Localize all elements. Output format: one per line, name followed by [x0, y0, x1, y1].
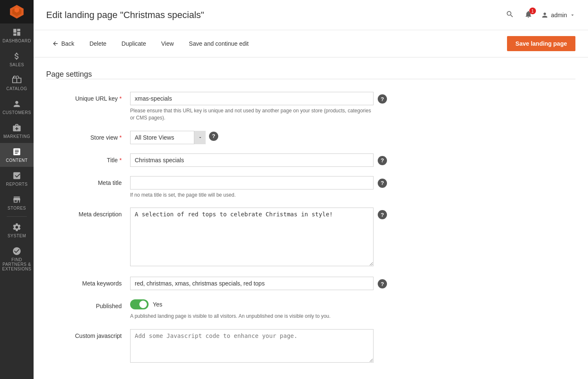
custom-js-label: Custom javascript [46, 329, 130, 339]
meta-keywords-help-icon[interactable]: ? [378, 279, 387, 288]
sidebar-label-system: SYSTEM [8, 234, 26, 238]
sidebar-label-partners: FIND PARTNERS & EXTENSIONS [2, 257, 32, 271]
admin-menu-button[interactable]: admin [541, 11, 575, 19]
sidebar-item-marketing[interactable]: MARKETING [0, 119, 34, 143]
store-view-select[interactable]: All Store Views Default Store View [130, 131, 206, 144]
custom-js-input[interactable] [130, 329, 374, 363]
sidebar-label-marketing: MARKETING [3, 134, 30, 139]
published-hint: A published landing page is visible to a… [130, 313, 374, 320]
store-view-help-icon[interactable]: ? [209, 132, 218, 141]
search-button[interactable] [504, 8, 516, 21]
duplicate-button[interactable]: Duplicate [116, 38, 152, 49]
title-field [130, 153, 374, 167]
save-continue-label: Save and continue edit [189, 40, 248, 47]
meta-keywords-input[interactable] [130, 277, 374, 290]
title-input[interactable] [130, 153, 374, 167]
page-header: Edit landing page "Christmas specials" 1… [34, 0, 588, 30]
notifications-button[interactable]: 1 [523, 8, 534, 21]
custom-js-field [130, 329, 374, 364]
sidebar-item-stores[interactable]: STORES [0, 191, 34, 215]
meta-description-label: Meta description [46, 208, 130, 218]
meta-title-row: Meta title If no meta title is set, the … [46, 176, 575, 199]
sidebar-label-content: CONTENT [6, 158, 28, 163]
section-title: Page settings [46, 70, 575, 79]
store-view-select-wrapper: All Store Views Default Store View [130, 131, 206, 144]
page-content: Page settings Unique URL key* Please ens… [34, 57, 588, 379]
url-key-hint: Please ensure that this URL key is uniqu… [130, 107, 374, 122]
sidebar-label-catalog: CATALOG [6, 86, 27, 91]
sidebar-item-dashboard[interactable]: DASHBOARD [0, 23, 34, 47]
save-landing-button[interactable]: Save landing page [507, 36, 575, 51]
published-label: Published [46, 299, 130, 309]
main-content: Edit landing page "Christmas specials" 1… [34, 0, 588, 379]
meta-title-hint: If no meta title is set, the page title … [130, 192, 374, 199]
url-key-field: Please ensure that this URL key is uniqu… [130, 92, 374, 122]
title-row: Title* ? [46, 153, 575, 167]
meta-description-row: Meta description A selection of red tops… [46, 208, 575, 267]
meta-description-input[interactable]: A selection of red tops to celebrate Chr… [130, 208, 374, 266]
custom-js-row: Custom javascript [46, 329, 575, 364]
delete-button[interactable]: Delete [84, 38, 112, 49]
sidebar-item-partners[interactable]: FIND PARTNERS & EXTENSIONS [0, 242, 34, 275]
sidebar-item-catalog[interactable]: CATALOG [0, 71, 34, 95]
store-view-row: Store view* All Store Views Default Stor… [46, 131, 575, 144]
title-help-icon[interactable]: ? [378, 156, 387, 165]
duplicate-label: Duplicate [122, 40, 146, 47]
sidebar-label-sales: SALES [10, 62, 24, 67]
header-actions: 1 admin [504, 8, 575, 21]
save-continue-button[interactable]: Save and continue edit [183, 38, 254, 49]
url-key-input[interactable] [130, 92, 374, 105]
page-title: Edit landing page "Christmas specials" [46, 10, 204, 21]
sidebar: DASHBOARD SALES CATALOG CUSTOMERS MARKET… [0, 0, 34, 379]
published-field: Yes A published landing page is visible … [130, 299, 374, 320]
sidebar-divider [7, 216, 27, 217]
sidebar-item-sales[interactable]: SALES [0, 47, 34, 71]
sidebar-label-stores: STORES [8, 206, 26, 210]
action-toolbar: Back Delete Duplicate View Save and cont… [34, 30, 588, 57]
sidebar-item-system[interactable]: SYSTEM [0, 218, 34, 242]
url-key-row: Unique URL key* Please ensure that this … [46, 92, 575, 122]
meta-title-input[interactable] [130, 176, 374, 190]
section-divider [46, 79, 575, 79]
meta-title-field: If no meta title is set, the page title … [130, 176, 374, 199]
delete-label: Delete [89, 40, 106, 47]
meta-keywords-field [130, 277, 374, 290]
meta-description-help-icon[interactable]: ? [378, 210, 387, 219]
back-label: Back [61, 40, 74, 47]
view-label: View [161, 40, 174, 47]
sidebar-label-dashboard: DASHBOARD [3, 39, 31, 43]
back-button[interactable]: Back [46, 38, 80, 49]
url-key-label: Unique URL key* [46, 92, 130, 102]
view-button[interactable]: View [155, 38, 180, 49]
meta-keywords-row: Meta keywords ? [46, 277, 575, 290]
meta-description-field: A selection of red tops to celebrate Chr… [130, 208, 374, 267]
meta-title-label: Meta title [46, 176, 130, 186]
sidebar-item-customers[interactable]: CUSTOMERS [0, 95, 34, 119]
store-view-field: All Store Views Default Store View ? [130, 131, 374, 144]
meta-title-help-icon[interactable]: ? [378, 179, 387, 188]
sidebar-item-reports[interactable]: REPORTS [0, 167, 34, 191]
meta-keywords-label: Meta keywords [46, 277, 130, 287]
admin-label: admin [551, 12, 567, 18]
toggle-row: Yes [130, 299, 374, 309]
sidebar-label-reports: REPORTS [6, 182, 28, 187]
published-toggle[interactable] [130, 299, 149, 309]
sidebar-item-content[interactable]: CONTENT [0, 143, 34, 167]
title-label: Title* [46, 153, 130, 164]
logo[interactable] [0, 0, 34, 23]
published-row: Published Yes A published landing page i… [46, 299, 575, 320]
notification-count: 1 [529, 8, 536, 14]
store-view-group: All Store Views Default Store View ? [130, 131, 374, 144]
published-yes-label: Yes [153, 301, 162, 308]
sidebar-label-customers: CUSTOMERS [3, 110, 31, 115]
store-view-label: Store view* [46, 131, 130, 141]
toggle-slider [130, 299, 149, 309]
url-key-help-icon[interactable]: ? [378, 94, 387, 104]
